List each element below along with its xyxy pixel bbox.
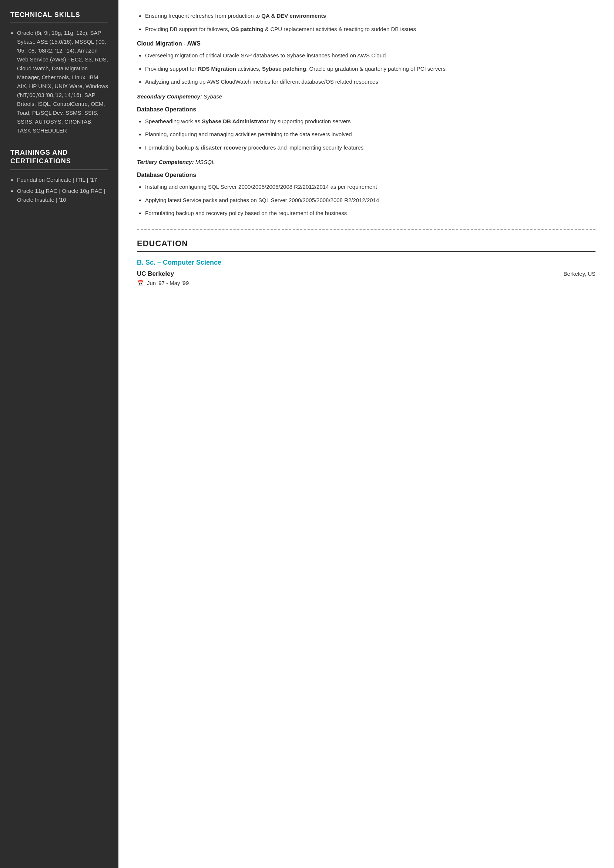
list-item: Foundation Certificate | ITIL | '17 bbox=[17, 175, 108, 184]
text: Analyzing and setting up AWS CloudWatch … bbox=[145, 79, 378, 85]
technical-skills-list: Oracle (8i, 9i, 10g, 11g, 12c), SAP Syba… bbox=[10, 28, 108, 135]
bold-text: QA & DEV environments bbox=[261, 12, 326, 19]
list-item: Oracle 11g RAC | Oracle 10g RAC | Oracle… bbox=[17, 186, 108, 204]
bold-text: RDS Migration bbox=[198, 65, 236, 72]
list-item: Analyzing and setting up AWS CloudWatch … bbox=[145, 77, 595, 87]
text-before: Providing support for bbox=[145, 65, 198, 72]
list-item: Ensuring frequent refreshes from product… bbox=[145, 11, 595, 21]
text-before: Providing DB support for failovers, bbox=[145, 26, 231, 32]
list-item: Spearheading work as Sybase DB Administr… bbox=[145, 116, 595, 126]
technical-skills-title: TECHNICAL SKILLS bbox=[10, 11, 108, 23]
competency-value: Sybase bbox=[202, 93, 222, 99]
top-bullets: Ensuring frequent refreshes from product… bbox=[137, 11, 595, 34]
university-row: UC Berkeley Berkeley, US bbox=[137, 270, 595, 277]
bold-text: Sybase DB Administrator bbox=[202, 118, 268, 124]
text-before: Ensuring frequent refreshes from product… bbox=[145, 12, 261, 19]
education-dates: Jun '97 - May '99 bbox=[147, 280, 189, 286]
bold-text: disaster recovery bbox=[201, 144, 247, 150]
text: Planning, configuring and managing activ… bbox=[145, 131, 352, 137]
text: Formulating backup and recovery policy b… bbox=[145, 210, 347, 216]
list-item: Formulating backup & disaster recovery p… bbox=[145, 143, 595, 152]
text-after: & CPU replacement activities & reacting … bbox=[264, 26, 416, 32]
trainings-section: TRAININGS AND CERTIFICATIONS Foundation … bbox=[10, 149, 108, 204]
text-after: by supporting production servers bbox=[269, 118, 351, 124]
competency-value: MSSQL bbox=[194, 159, 215, 165]
cloud-migration-bullets: Overseeing migration of critical Oracle … bbox=[137, 51, 595, 87]
trainings-title: TRAININGS AND CERTIFICATIONS bbox=[10, 149, 108, 170]
sidebar: TECHNICAL SKILLS Oracle (8i, 9i, 10g, 11… bbox=[0, 0, 118, 868]
text-after: procedures and implementing security fea… bbox=[247, 144, 363, 150]
db-ops-1-heading: Database Operations bbox=[137, 106, 595, 113]
text-before: Spearheading work as bbox=[145, 118, 202, 124]
db-ops-1-bullets: Spearheading work as Sybase DB Administr… bbox=[137, 116, 595, 152]
degree-title: B. Sc. – Computer Science bbox=[137, 259, 595, 267]
university-name: UC Berkeley bbox=[137, 270, 174, 277]
calendar-icon: 📅 bbox=[137, 280, 144, 287]
university-location: Berkeley, US bbox=[564, 271, 595, 277]
list-item: Oracle (8i, 9i, 10g, 11g, 12c), SAP Syba… bbox=[17, 28, 108, 135]
tertiary-competency: Tertiary Competency: MSSQL bbox=[137, 159, 595, 165]
text: Overseeing migration of critical Oracle … bbox=[145, 52, 386, 59]
dashed-divider bbox=[137, 229, 595, 230]
bold-text: OS patching bbox=[231, 26, 264, 32]
list-item: Installing and configuring SQL Server 20… bbox=[145, 182, 595, 192]
secondary-competency: Secondary Competency: Sybase bbox=[137, 93, 595, 99]
list-item: Formulating backup and recovery policy b… bbox=[145, 208, 595, 218]
trainings-list: Foundation Certificate | ITIL | '17 Orac… bbox=[10, 175, 108, 204]
text-before: Formulating backup & bbox=[145, 144, 201, 150]
list-item: Providing DB support for failovers, OS p… bbox=[145, 25, 595, 34]
list-item: Overseeing migration of critical Oracle … bbox=[145, 51, 595, 60]
education-dates-row: 📅 Jun '97 - May '99 bbox=[137, 280, 595, 287]
list-item: Applying latest Service packs and patche… bbox=[145, 195, 595, 205]
technical-skills-section: TECHNICAL SKILLS Oracle (8i, 9i, 10g, 11… bbox=[10, 11, 108, 135]
text: Installing and configuring SQL Server 20… bbox=[145, 184, 377, 190]
list-item: Providing support for RDS Migration acti… bbox=[145, 64, 595, 74]
text-mid: activities, bbox=[236, 65, 262, 72]
competency-label: Secondary Competency: bbox=[137, 93, 202, 99]
text: Applying latest Service packs and patche… bbox=[145, 197, 379, 203]
competency-label: Tertiary Competency: bbox=[137, 159, 194, 165]
db-ops-2-heading: Database Operations bbox=[137, 172, 595, 178]
education-title: EDUCATION bbox=[137, 239, 595, 252]
cloud-migration-heading: Cloud Migration - AWS bbox=[137, 40, 595, 47]
db-ops-2-bullets: Installing and configuring SQL Server 20… bbox=[137, 182, 595, 218]
bold-text: Sybase patching bbox=[262, 65, 306, 72]
main-content: Ensuring frequent refreshes from product… bbox=[118, 0, 614, 868]
text-after: , Oracle up gradation & quarterly patchi… bbox=[306, 65, 446, 72]
list-item: Planning, configuring and managing activ… bbox=[145, 130, 595, 139]
